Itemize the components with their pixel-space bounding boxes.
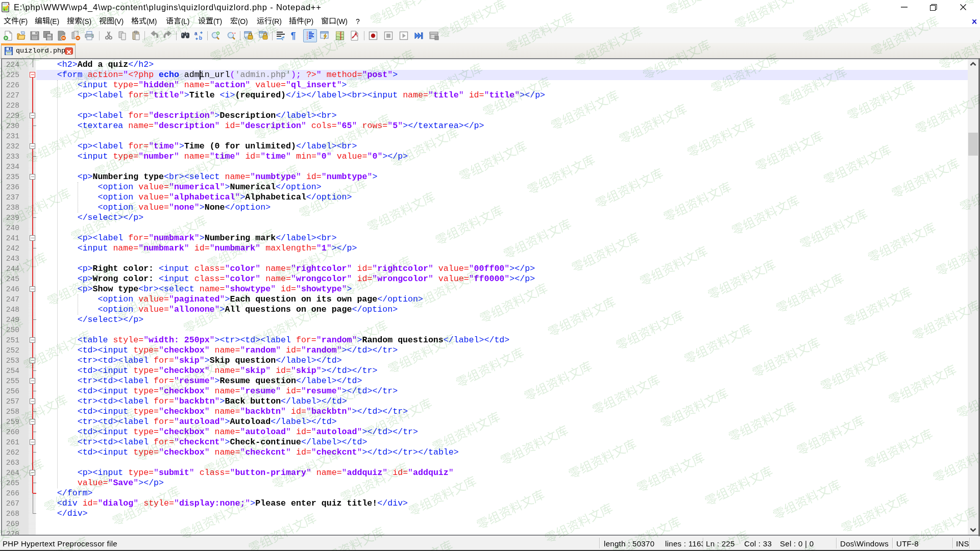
svg-text:¶: ¶ — [291, 31, 296, 41]
svg-text:a: a — [194, 31, 198, 36]
svg-text:b: b — [199, 35, 202, 41]
